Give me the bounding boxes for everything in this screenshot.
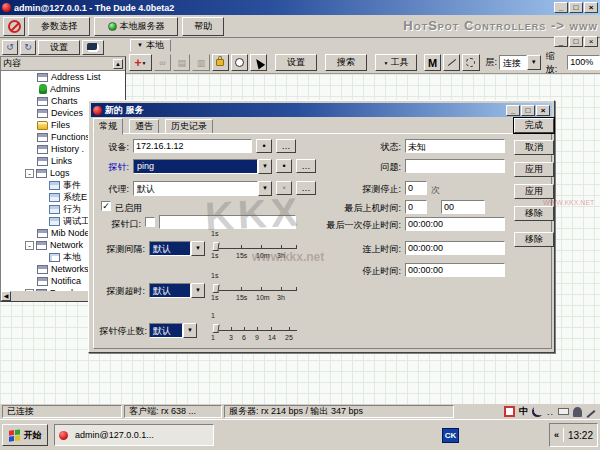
collapse-tray-icon[interactable]: «	[554, 430, 559, 440]
restore-button[interactable]: □	[569, 2, 583, 13]
local-server-button[interactable]: 本地服务器	[94, 17, 178, 36]
dropdown-arrow-icon[interactable]	[258, 181, 272, 196]
undo-button[interactable]: ↺	[2, 40, 18, 55]
probe-browse-button[interactable]: …	[296, 159, 316, 173]
lasso-button[interactable]	[231, 54, 248, 71]
export-button[interactable]	[82, 40, 104, 55]
probe-port-input[interactable]	[159, 215, 296, 229]
timeout-slider[interactable]: 1s 1s 15s 10m 3h	[211, 281, 301, 311]
tree-item-networks[interactable]: Networks	[37, 263, 89, 275]
down-count-slider[interactable]: 1 1 3 6 9 14 25	[211, 321, 301, 351]
collapse-icon[interactable]: -	[25, 241, 34, 250]
collapse-icon[interactable]: -	[25, 169, 34, 178]
tab-general[interactable]: 常规	[93, 118, 123, 135]
tree-item-network-maps[interactable]: -Network	[25, 239, 83, 251]
apply-button[interactable]: 应用	[514, 162, 554, 177]
agent-dropdown[interactable]: 默认	[133, 181, 272, 196]
remove-button-2[interactable]: 移除	[514, 232, 554, 247]
device-browse-button[interactable]: …	[276, 139, 296, 153]
select-tool-button[interactable]	[462, 54, 479, 71]
tree-item-admins[interactable]: Admins	[37, 83, 80, 95]
dialog-restore-button[interactable]: □	[521, 105, 535, 116]
lock-button[interactable]	[212, 54, 229, 71]
layer-dropdown[interactable]: 连接	[499, 55, 541, 70]
scroll-left-icon[interactable]: ◀	[1, 291, 11, 301]
apply-button-2[interactable]: 应用	[514, 184, 554, 199]
tools-button[interactable]: ▼工具	[375, 54, 417, 71]
tree-item-events[interactable]: 事件	[49, 179, 81, 191]
timeout-dropdown[interactable]: 默认	[149, 283, 205, 298]
find-icon[interactable]: M	[424, 54, 441, 71]
tray-ck-icon[interactable]: CK	[442, 428, 459, 443]
tree-item-functions[interactable]: Functions	[37, 131, 90, 143]
clock[interactable]: 13:22	[568, 430, 593, 441]
wrench-icon[interactable]	[587, 410, 596, 418]
dropdown-arrow-icon[interactable]	[527, 55, 541, 70]
red-frame-icon[interactable]	[504, 406, 515, 417]
start-button[interactable]: 开始	[2, 424, 48, 446]
device-nav-button[interactable]: •	[256, 139, 272, 153]
pointer-button[interactable]	[250, 54, 267, 71]
dropdown-arrow-icon[interactable]	[258, 159, 272, 174]
tree-item-notifications[interactable]: Notifica	[37, 275, 81, 287]
tree-item-files[interactable]: Files	[37, 119, 70, 131]
tab-history[interactable]: 历史记录	[165, 119, 213, 134]
moon-icon[interactable]	[532, 406, 543, 417]
tab-notification[interactable]: 通告	[129, 119, 159, 134]
tab-local-map[interactable]: ▼ 本地	[130, 39, 171, 52]
pane-settings-button[interactable]: 设置	[38, 40, 80, 55]
minimize-button[interactable]: _	[554, 2, 568, 13]
slider-thumb[interactable]	[212, 284, 219, 293]
tree-item-actions[interactable]: 行为	[49, 203, 81, 215]
tree-item-mib-nodes[interactable]: Mib Node	[37, 227, 90, 239]
probe-label[interactable]: 探针:	[97, 161, 129, 174]
add-element-button[interactable]: +▼	[129, 54, 152, 71]
dots-icon[interactable]: ..	[547, 407, 554, 417]
tree-item-charts[interactable]: Charts	[37, 95, 78, 107]
interval-dropdown[interactable]: 默认	[149, 241, 205, 256]
preferences-button[interactable]: 参数选择	[28, 17, 90, 36]
tree-item-debug[interactable]: 调试工	[49, 215, 90, 227]
map-minimize-button[interactable]: _	[554, 36, 568, 47]
sort-up-icon[interactable]: ▲	[113, 59, 123, 69]
cancel-button[interactable]: 取消	[514, 140, 554, 155]
search-button[interactable]: 搜索	[325, 54, 367, 71]
down-count-dropdown[interactable]: 默认	[149, 323, 197, 338]
interval-slider[interactable]: 1s 1s 15s 10m 3h	[211, 239, 301, 269]
map-restore-button[interactable]: □	[569, 36, 583, 47]
tree-item-history[interactable]: History .	[37, 143, 84, 155]
tree-item-logs[interactable]: -Logs	[25, 167, 70, 179]
tree-item-syslog[interactable]: 系统E	[49, 191, 87, 203]
taskbar-task-dude[interactable]: admin@127.0.0.1...	[54, 424, 214, 446]
probe-dropdown[interactable]: ping	[133, 159, 272, 174]
remove-button[interactable]: 移除	[514, 206, 554, 221]
finish-button[interactable]: 完成	[514, 118, 554, 133]
probe-port-checkbox[interactable]	[145, 217, 155, 227]
person-icon[interactable]	[573, 407, 582, 417]
contents-header[interactable]: 内容 ▲	[1, 57, 125, 71]
tree-item-address-list[interactable]: Address List	[37, 71, 101, 83]
dialog-close-button[interactable]: ×	[536, 105, 550, 116]
redo-button[interactable]: ↻	[20, 40, 36, 55]
tree-item-devices[interactable]: Devices	[37, 107, 83, 119]
zoom-input[interactable]: 100%	[567, 55, 600, 70]
map-close-button[interactable]: ×	[584, 36, 598, 47]
close-button[interactable]: ×	[584, 2, 598, 13]
agent-browse-button[interactable]: …	[296, 181, 316, 195]
tree-item-links[interactable]: Links	[37, 155, 72, 167]
dropdown-arrow-icon[interactable]	[191, 241, 205, 256]
dropdown-arrow-icon[interactable]	[191, 283, 205, 298]
agent-nav-button[interactable]: •	[276, 181, 292, 195]
disconnect-button[interactable]	[3, 17, 25, 36]
map-settings-button[interactable]: 设置	[275, 54, 317, 71]
help-button[interactable]: 帮助	[182, 17, 224, 36]
dropdown-arrow-icon[interactable]	[183, 323, 197, 338]
slider-thumb[interactable]	[212, 242, 219, 251]
connect-tool-button[interactable]	[443, 54, 460, 71]
keyboard-icon[interactable]	[558, 408, 569, 415]
slider-thumb[interactable]	[212, 324, 219, 333]
enabled-checkbox[interactable]: ✓	[101, 201, 111, 211]
dialog-minimize-button[interactable]: _	[506, 105, 520, 116]
device-input[interactable]: 172.16.1.12	[133, 139, 252, 153]
probe-nav-button[interactable]: •	[276, 159, 292, 173]
